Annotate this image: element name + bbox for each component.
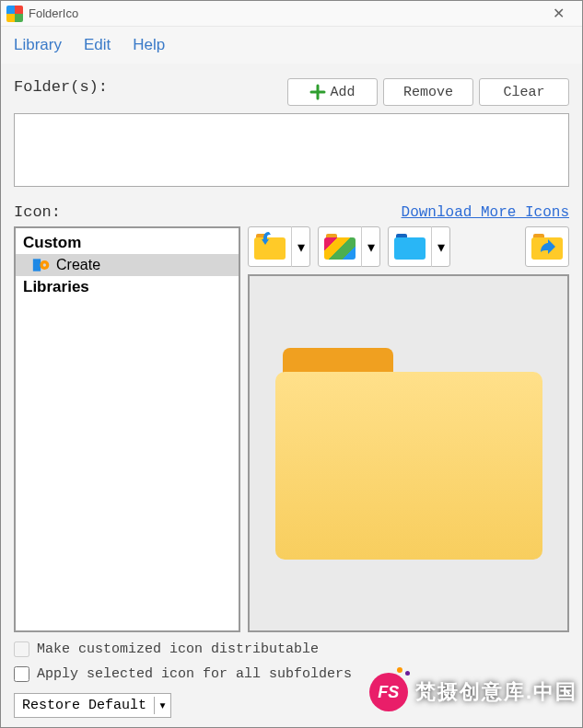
clear-button[interactable]: Clear <box>479 78 569 106</box>
sidebar-libraries-header: Libraries <box>16 276 239 298</box>
folder-buttons: Add Remove Clear <box>287 78 569 106</box>
gear-icon <box>32 256 51 274</box>
watermark-text: 梵摄创意库.中国 <box>415 678 577 706</box>
menu-library[interactable]: Library <box>14 36 62 54</box>
remove-button-label: Remove <box>403 85 453 100</box>
distributable-checkbox <box>14 641 29 657</box>
distributable-label: Make customized icon distributable <box>37 641 319 657</box>
window-title: FolderIco <box>29 6 540 20</box>
folder-download-icon <box>254 234 286 260</box>
main-area: Custom Create Libraries ▾ <box>14 226 569 632</box>
remove-button[interactable]: Remove <box>383 78 473 106</box>
folder-list[interactable] <box>14 113 569 187</box>
clear-button-label: Clear <box>503 85 544 100</box>
folders-label: Folder(s): <box>14 78 108 96</box>
blue-folder-main[interactable] <box>389 226 431 267</box>
distributable-option[interactable]: Make customized icon distributable <box>14 641 569 657</box>
menu-edit[interactable]: Edit <box>84 36 111 54</box>
content: Folder(s): Add Remove Clear Icon: Downlo… <box>1 64 582 727</box>
menu-help[interactable]: Help <box>133 36 165 54</box>
download-folder-dropdown[interactable]: ▾ <box>291 226 309 267</box>
folder-share-icon <box>531 234 563 260</box>
download-folder-main[interactable] <box>249 226 291 267</box>
svg-rect-0 <box>33 259 41 271</box>
restore-default-dropdown[interactable]: ▾ <box>154 697 170 714</box>
titlebar: FolderIco ✕ <box>1 1 582 27</box>
subfolders-checkbox[interactable] <box>14 666 29 682</box>
add-button[interactable]: Add <box>287 78 378 106</box>
folder-blue-icon <box>394 234 426 260</box>
main-window: FolderIco ✕ Library Edit Help Folder(s):… <box>0 0 583 728</box>
icon-source-sidebar: Custom Create Libraries <box>14 226 240 632</box>
add-button-label: Add <box>330 85 355 100</box>
colorful-folder-button[interactable]: ▾ <box>318 226 380 267</box>
blue-folder-dropdown[interactable]: ▾ <box>431 226 449 267</box>
sidebar-custom-header: Custom <box>16 232 239 254</box>
svg-point-2 <box>43 263 46 266</box>
close-icon[interactable]: ✕ <box>540 5 577 22</box>
download-more-link[interactable]: Download More Icons <box>402 204 569 221</box>
folders-header-row: Folder(s): Add Remove Clear <box>14 78 569 106</box>
folder-colorful-icon <box>324 234 356 260</box>
watermark: FS 梵摄创意库.中国 <box>369 673 577 711</box>
subfolders-label: Apply selected icon for all subfolders <box>37 666 352 682</box>
blue-folder-button[interactable]: ▾ <box>388 226 450 267</box>
icon-label: Icon: <box>14 203 61 221</box>
colorful-folder-main[interactable] <box>319 226 361 267</box>
icon-header-row: Icon: Download More Icons <box>14 203 569 221</box>
restore-default-label: Restore Default <box>15 694 154 717</box>
folder-preview-icon <box>275 348 542 560</box>
right-pane: ▾ ▾ ▾ <box>248 226 569 632</box>
sidebar-item-create-label: Create <box>56 257 100 273</box>
plus-icon <box>309 84 326 100</box>
menubar: Library Edit Help <box>1 27 582 64</box>
app-icon <box>6 6 23 22</box>
sidebar-item-create[interactable]: Create <box>16 254 239 276</box>
share-folder-main[interactable] <box>526 226 568 267</box>
icon-preview <box>248 274 569 632</box>
download-folder-button[interactable]: ▾ <box>248 226 310 267</box>
colorful-folder-dropdown[interactable]: ▾ <box>361 226 379 267</box>
watermark-badge: FS <box>369 673 408 711</box>
share-folder-button[interactable] <box>525 226 569 267</box>
icon-action-buttons: ▾ ▾ ▾ <box>248 226 569 267</box>
restore-default-button[interactable]: Restore Default ▾ <box>14 693 171 718</box>
